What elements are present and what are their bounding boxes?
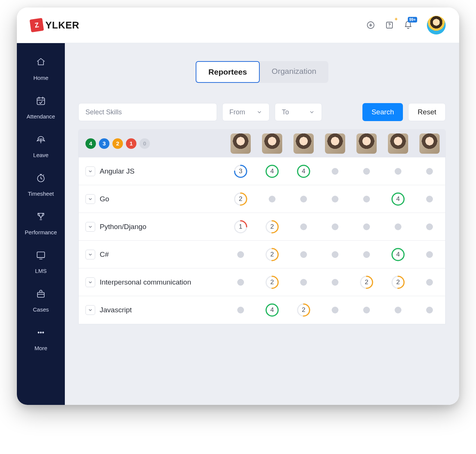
tab-reportees[interactable]: Reportees (196, 61, 260, 83)
empty-score (426, 168, 433, 175)
svg-point-7 (38, 332, 39, 333)
reportee-avatar[interactable] (388, 133, 408, 154)
chevron-down-icon (309, 109, 315, 115)
score-cell: 2 (288, 303, 319, 317)
svg-point-13 (266, 165, 278, 177)
empty-score (332, 168, 338, 175)
reportee-avatar[interactable] (262, 133, 282, 154)
help-icon[interactable]: ✦ (384, 20, 395, 30)
score-cell: 2 (382, 275, 414, 289)
add-icon[interactable] (365, 20, 376, 30)
sidebar-item-attendance[interactable]: Attendance (17, 92, 65, 120)
reportee-avatar[interactable] (419, 133, 440, 154)
sidebar-item-label: Performance (25, 229, 57, 235)
lms-icon (32, 247, 49, 264)
svg-point-2 (389, 26, 390, 27)
empty-score (426, 251, 433, 258)
empty-score (363, 307, 370, 313)
expand-skill-button[interactable] (85, 222, 95, 232)
chevron-down-icon (88, 169, 93, 174)
legend-l1: 1 (126, 138, 136, 149)
svg-rect-5 (37, 252, 45, 258)
score-cell (319, 223, 351, 230)
score-cell (288, 279, 319, 286)
chevron-down-icon (88, 224, 93, 229)
score-cell (351, 168, 382, 175)
score-cell: 2 (256, 247, 288, 262)
sparkle-icon: ✦ (394, 16, 398, 22)
score-cell (225, 307, 256, 313)
empty-score (395, 223, 401, 230)
sidebar-item-more[interactable]: More (17, 324, 65, 351)
score-cell (382, 223, 414, 230)
notifications-icon[interactable]: 99+ (403, 20, 413, 30)
sidebar-item-label: LMS (35, 268, 47, 274)
score-ring: 2 (265, 247, 279, 262)
reportee-avatar[interactable] (325, 133, 345, 154)
score-cell: 2 (256, 220, 288, 234)
to-dropdown[interactable]: To (275, 103, 322, 121)
score-ring: 4 (391, 247, 405, 262)
leave-icon (32, 131, 49, 148)
empty-score (237, 251, 244, 258)
score-ring: 2 (234, 192, 248, 206)
score-ring: 4 (265, 164, 279, 178)
sidebar-nav: HomeAttendanceLeaveTimesheetPerformanceL… (17, 43, 65, 405)
sidebar-item-cases[interactable]: Cases (17, 285, 65, 313)
reset-button[interactable]: Reset (408, 103, 446, 121)
legend-l4: 4 (85, 138, 96, 149)
score-cell (256, 196, 288, 202)
score-ring: 4 (391, 192, 405, 206)
performance-icon (32, 208, 49, 225)
expand-skill-button[interactable] (85, 277, 95, 287)
score-cell (288, 223, 319, 230)
sidebar-item-performance[interactable]: Performance (17, 208, 65, 235)
sidebar-item-leave[interactable]: Leave (17, 131, 65, 158)
sidebar-item-timesheet[interactable]: Timesheet (17, 169, 65, 197)
expand-skill-button[interactable] (85, 305, 95, 315)
score-cell (414, 279, 445, 286)
empty-score (332, 279, 338, 286)
score-cell (351, 196, 382, 202)
score-cell (351, 223, 382, 230)
user-avatar[interactable] (427, 16, 446, 34)
view-tabs: Reportees Organization (196, 61, 328, 83)
score-ring: 2 (265, 220, 279, 234)
select-skills-input[interactable]: Select Skills (78, 103, 217, 121)
skill-name: Angular JS (100, 167, 135, 175)
score-cell (319, 196, 351, 202)
skill-row: C#24 (79, 241, 445, 268)
empty-score (395, 307, 401, 313)
search-button[interactable]: Search (362, 103, 403, 121)
score-ring: 2 (296, 303, 311, 317)
notification-badge: 99+ (408, 17, 417, 22)
score-cell (414, 168, 445, 175)
empty-score (426, 307, 433, 313)
filter-row: Select Skills From To Search Reset (78, 103, 446, 121)
reportee-avatar[interactable] (231, 133, 251, 154)
skills-matrix: 43210Angular JS344Go24Python/Django12C#2… (78, 129, 446, 324)
empty-score (300, 223, 307, 230)
main-content: Reportees Organization Select Skills Fro… (65, 43, 459, 405)
reportee-avatar[interactable] (293, 133, 314, 154)
score-ring: 2 (265, 275, 279, 289)
score-cell (382, 307, 414, 313)
more-icon (32, 324, 49, 341)
skill-name: Python/Django (100, 223, 147, 231)
expand-skill-button[interactable] (85, 250, 95, 259)
chevron-down-icon (88, 252, 93, 257)
sidebar-item-lms[interactable]: LMS (17, 247, 65, 274)
sidebar-item-label: More (34, 345, 47, 351)
tab-organization[interactable]: Organization (260, 61, 328, 83)
expand-skill-button[interactable] (85, 194, 95, 204)
sidebar-item-home[interactable]: Home (17, 54, 65, 81)
from-dropdown[interactable]: From (222, 103, 269, 121)
score-ring: 2 (359, 275, 374, 289)
score-cell (319, 307, 351, 313)
score-cell (319, 279, 351, 286)
skill-row: Python/Django12 (79, 213, 445, 241)
reportee-avatar[interactable] (356, 133, 377, 154)
expand-skill-button[interactable] (85, 166, 95, 176)
skill-row: Interpersonal communication222 (79, 268, 445, 296)
score-cell (414, 196, 445, 202)
